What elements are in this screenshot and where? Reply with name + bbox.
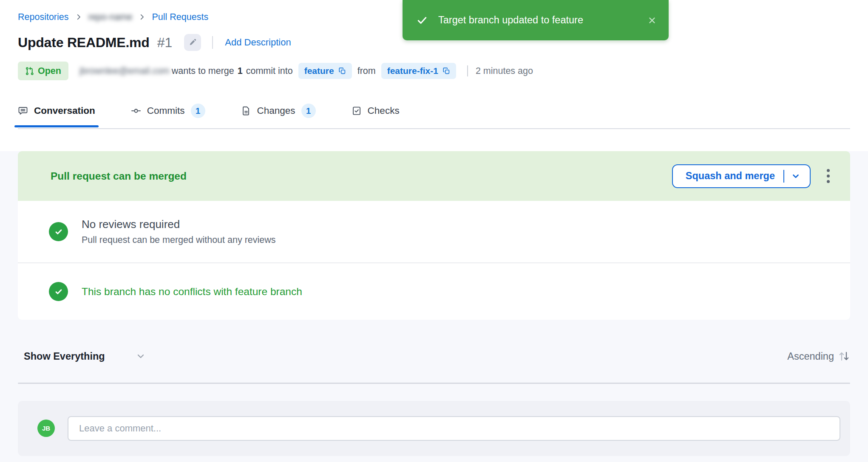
check-title: No reviews required <box>82 218 276 231</box>
filter-label: Show Everything <box>24 351 105 362</box>
pr-tabs: Conversation Commits 1 Changes 1 Checks <box>18 104 850 129</box>
source-branch-label: feature-fix-1 <box>387 66 438 76</box>
chevron-down-icon <box>136 351 146 361</box>
check-title: This branch has no conflicts with featur… <box>82 286 302 298</box>
git-pull-request-icon <box>25 67 34 76</box>
source-branch-chip[interactable]: feature-fix-1 <box>381 63 456 79</box>
target-branch-chip[interactable]: feature <box>298 63 352 79</box>
check-circle-icon <box>49 222 68 241</box>
comment-icon <box>18 106 28 116</box>
status-label: Open <box>38 66 61 76</box>
sort-ascending-button[interactable]: Ascending <box>787 350 850 362</box>
sort-arrows-icon <box>837 350 850 362</box>
check-row-reviews: No reviews required Pull request can be … <box>18 201 850 262</box>
chevron-right-icon <box>75 13 82 21</box>
divider <box>783 170 784 183</box>
meta-text: from <box>357 66 376 76</box>
breadcrumb-pull-requests-link[interactable]: Pull Requests <box>152 12 208 23</box>
edit-title-button[interactable] <box>184 34 201 51</box>
tab-label: Checks <box>368 105 400 116</box>
add-description-link[interactable]: Add Description <box>225 37 291 48</box>
pencil-icon <box>188 38 197 47</box>
divider <box>18 383 850 384</box>
merge-checks-list: No reviews required Pull request can be … <box>18 201 850 320</box>
divider <box>467 65 468 76</box>
commit-count: 1 <box>238 66 243 76</box>
comment-input[interactable] <box>68 416 840 441</box>
toast-check-icon <box>416 14 428 26</box>
tab-label: Conversation <box>34 105 95 116</box>
tab-commits[interactable]: Commits 1 <box>131 104 205 118</box>
tab-label: Commits <box>147 105 185 116</box>
status-badge: Open <box>18 62 68 80</box>
more-options-button[interactable] <box>823 166 833 186</box>
page-title: Update README.md <box>18 35 150 51</box>
tab-changes[interactable]: Changes 1 <box>241 104 316 118</box>
chevron-right-icon <box>138 13 146 21</box>
chevron-down-icon[interactable] <box>791 172 800 181</box>
merge-status-header: Pull request can be merged Squash and me… <box>18 151 850 201</box>
author-name-redacted: jbrownlee@email.com <box>79 66 170 76</box>
breadcrumb-repo-name-redacted[interactable]: repo-name <box>88 12 133 23</box>
tab-count-badge: 1 <box>301 104 316 118</box>
pr-number: #1 <box>157 35 173 51</box>
breadcrumb-repositories-link[interactable]: Repositories <box>18 12 69 23</box>
check-subtitle: Pull request can be merged without any r… <box>82 235 276 245</box>
copy-icon[interactable] <box>338 67 346 75</box>
commit-icon <box>131 106 141 116</box>
check-circle-icon <box>49 282 68 301</box>
toast-notification: Target branch updated to feature <box>403 0 669 40</box>
file-icon <box>241 106 251 116</box>
tab-count-badge: 1 <box>191 104 205 118</box>
show-everything-dropdown[interactable]: Show Everything <box>24 351 146 362</box>
comment-composer: JB <box>18 401 850 456</box>
sort-label: Ascending <box>787 351 834 362</box>
check-row-conflicts: This branch has no conflicts with featur… <box>18 263 850 320</box>
meta-text: commit into <box>246 66 293 76</box>
toast-message: Target branch updated to feature <box>438 14 637 26</box>
pull-request-page: Repositories repo-name Pull Requests Upd… <box>0 0 868 462</box>
squash-and-merge-button[interactable]: Squash and merge <box>672 164 811 188</box>
merge-status-heading: Pull request can be merged <box>51 170 672 182</box>
timeline-controls: Show Everything Ascending <box>18 350 850 362</box>
tab-label: Changes <box>257 105 295 116</box>
pr-meta-row: Open jbrownlee@email.com wants to merge … <box>18 61 850 81</box>
meta-text: wants to merge <box>172 66 234 76</box>
copy-icon[interactable] <box>443 67 450 75</box>
main-content: Pull request can be merged Squash and me… <box>0 151 868 462</box>
timestamp: 2 minutes ago <box>476 66 533 76</box>
avatar: JB <box>37 420 55 437</box>
toast-close-icon[interactable] <box>647 16 657 25</box>
divider <box>212 36 213 49</box>
checklist-icon <box>352 106 362 116</box>
tab-conversation[interactable]: Conversation <box>18 105 95 116</box>
tab-checks[interactable]: Checks <box>352 105 400 116</box>
merge-status-card: Pull request can be merged Squash and me… <box>18 151 850 320</box>
target-branch-label: feature <box>304 66 334 76</box>
squash-and-merge-label: Squash and merge <box>686 170 775 182</box>
